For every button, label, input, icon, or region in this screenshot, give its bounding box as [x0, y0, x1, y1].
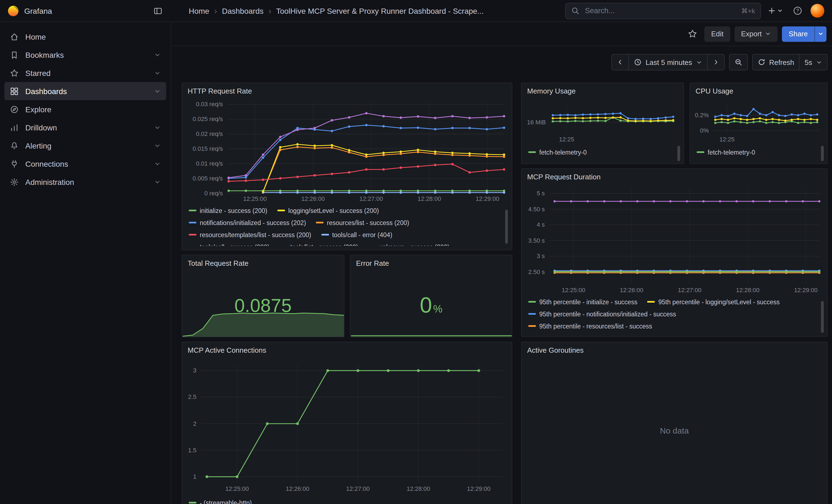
legend-item[interactable]: unknown - success (200) — [368, 243, 449, 246]
sidebar-item-label: Explore — [25, 105, 51, 114]
sidebar-item-bookmarks[interactable]: Bookmarks — [4, 46, 166, 64]
legend-item[interactable]: 95th percentile - resources/list - succe… — [528, 323, 652, 329]
search-input[interactable] — [584, 6, 737, 16]
legend-item[interactable]: resources/list - success (200) — [316, 219, 409, 226]
panel-active-goroutines: Active Goroutines No data — [521, 342, 828, 504]
legend-item[interactable]: logging/setLevel - success (200) — [277, 207, 379, 214]
legend-item[interactable]: notifications/initialized - success (202… — [189, 219, 306, 226]
breadcrumb-home[interactable]: Home — [189, 6, 209, 15]
help-icon: ? — [792, 6, 802, 16]
search-icon — [571, 7, 579, 15]
panel-title[interactable]: MCP Request Duration — [522, 169, 827, 181]
legend-item[interactable]: 95th percentile - logging/setLevel - suc… — [647, 298, 780, 305]
zoom-out-button[interactable] — [729, 54, 748, 71]
breadcrumb-dashboards[interactable]: Dashboards — [222, 6, 264, 15]
help-button[interactable]: ? — [790, 3, 805, 19]
sidebar-item-drilldown[interactable]: Drilldown — [4, 118, 166, 136]
time-range-group: Last 5 minutes — [612, 54, 724, 71]
refresh-button[interactable]: Refresh — [752, 54, 800, 71]
panel-title[interactable]: CPU Usage — [690, 83, 827, 95]
panel-title[interactable]: MCP Active Connections — [182, 342, 512, 354]
sidebar-item-connections[interactable]: Connections — [4, 155, 166, 173]
sidebar-item-starred[interactable]: Starred — [4, 64, 166, 82]
dashboard-grid: HTTP Request Rate 0.03 req/s0.025 req/s0… — [172, 77, 832, 504]
legend-series-marker — [189, 234, 197, 236]
legend-item[interactable]: 95th percentile - notifications/initiali… — [528, 311, 676, 317]
panel-title[interactable]: HTTP Request Rate — [182, 83, 512, 95]
search-box[interactable]: ⌘+k — [565, 2, 761, 19]
search-shortcut: ⌘+k — [741, 7, 755, 15]
sidebar-item-home[interactable]: Home — [4, 27, 166, 46]
panel-total-request-rate: Total Request Rate 0.0875 — [182, 255, 344, 337]
legend-series-label: 95th percentile - resources/list - succe… — [539, 323, 652, 329]
legend-item[interactable]: initialize - success (200) — [189, 207, 267, 214]
user-avatar[interactable] — [810, 4, 824, 18]
mcp-request-duration-chart[interactable]: 5 s4.50 s4 s3.50 s3 s2.50 s12:25:0012:26… — [525, 185, 825, 294]
sidebar-item-alerting[interactable]: Alerting — [4, 136, 166, 155]
legend-scrollbar[interactable] — [677, 146, 680, 161]
chevron-down-icon — [777, 8, 783, 14]
cpu-usage-chart[interactable]: 0.2%0%12:25 — [693, 100, 824, 142]
home-icon — [10, 32, 19, 41]
legend-item[interactable]: fetch-telemetry-0 — [697, 149, 755, 155]
legend-row: notifications/initialized - success (202… — [189, 218, 497, 227]
time-back-button[interactable] — [612, 54, 629, 71]
topbar-right: ⌘+k ? — [565, 2, 832, 19]
legend-scrollbar[interactable] — [505, 210, 508, 244]
refresh-interval-picker[interactable]: 5s — [800, 54, 828, 71]
panel-http-request-rate: HTTP Request Rate 0.03 req/s0.025 req/s0… — [182, 82, 512, 250]
legend-item[interactable]: tools/call - success (200) — [189, 243, 269, 246]
bell-icon — [10, 141, 19, 150]
chevron-down-icon — [816, 59, 822, 65]
legend-item[interactable]: tools/call - error (404) — [321, 231, 392, 238]
time-forward-button[interactable] — [707, 54, 724, 71]
panel-title[interactable]: Memory Usage — [522, 83, 683, 95]
clock-icon — [634, 58, 642, 66]
legend-item[interactable]: fetch-telemetry-0 — [528, 149, 587, 155]
http-request-rate-chart[interactable]: 0.03 req/s0.025 req/s0.02 req/s0.015 req… — [185, 100, 510, 203]
legend-item[interactable]: - (streamable-http) — [189, 499, 252, 504]
star-icon — [10, 69, 19, 77]
panel-title[interactable]: Total Request Rate — [182, 255, 344, 267]
sidebar-item-administration[interactable]: Administration — [4, 173, 166, 191]
chevron-down-icon — [818, 31, 824, 37]
export-button[interactable]: Export — [734, 26, 778, 42]
panel-title[interactable]: Error Rate — [350, 255, 512, 267]
share-button[interactable]: Share — [782, 26, 814, 42]
chevron-down-icon — [154, 160, 161, 167]
edit-button[interactable]: Edit — [705, 26, 730, 42]
mcp-active-connections-chart[interactable]: 32.521.5112:25:0012:26:0012:27:0012:28:0… — [185, 360, 510, 493]
sidebar-item-explore[interactable]: Explore — [4, 100, 166, 118]
legend-scrollbar[interactable] — [821, 301, 824, 333]
sidebar-toggle-button[interactable] — [150, 3, 166, 19]
add-button[interactable] — [766, 3, 784, 19]
error-rate-sparkline[interactable] — [351, 327, 512, 337]
share-menu-button[interactable] — [814, 26, 827, 42]
refresh-icon — [757, 58, 765, 66]
sidebar-item-label: Home — [25, 32, 46, 41]
favorite-star-button[interactable] — [685, 26, 700, 42]
sidebar-item-dashboards[interactable]: Dashboards — [4, 82, 166, 100]
legend-row: initialize - success (200)logging/setLev… — [189, 206, 497, 215]
legend-item[interactable]: resources/templates/list - success (200) — [189, 231, 311, 238]
star-outline-icon — [688, 29, 697, 38]
legend-series-marker — [528, 313, 536, 315]
memory-usage-chart[interactable]: 16 MiB12:25 — [525, 100, 680, 142]
chevron-down-icon — [154, 51, 161, 58]
sidebar-nav: Home Bookmarks Starred Dashboards — [0, 22, 171, 504]
legend-series-marker — [697, 151, 704, 153]
chevron-down-icon — [154, 179, 161, 185]
time-controls: Last 5 minutes Refresh — [612, 54, 828, 71]
legend-series-marker — [528, 301, 536, 302]
total-request-rate-value: 0.0875 — [182, 296, 344, 315]
share-split-button: Share — [782, 26, 827, 42]
legend-row: resources/templates/list - success (200)… — [189, 231, 497, 239]
gear-icon — [10, 178, 19, 186]
legend-scrollbar[interactable] — [821, 146, 824, 161]
grafana-logo[interactable] — [7, 4, 20, 17]
panel-left-icon — [154, 6, 162, 15]
legend-series-marker — [277, 210, 285, 211]
time-range-picker[interactable]: Last 5 minutes — [629, 54, 707, 71]
legend-item[interactable]: 95th percentile - initialize - success — [528, 298, 638, 305]
legend-item[interactable]: tools/list - success (200) — [279, 243, 358, 246]
